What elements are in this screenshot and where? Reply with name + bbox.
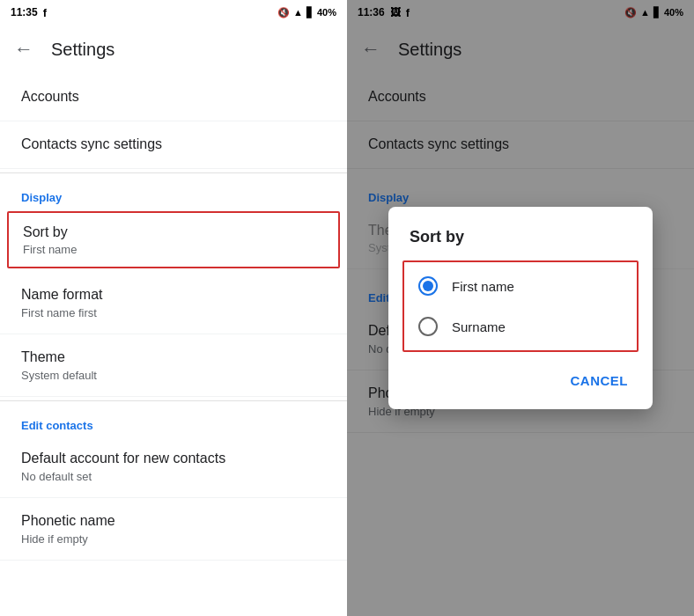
left-status-right: 🔇 ▲ ▋ 40% (277, 7, 336, 18)
left-back-button[interactable]: ← (14, 38, 33, 61)
left-default-account-subtitle: No default set (21, 470, 326, 483)
left-top-bar: ← Settings (0, 25, 347, 74)
left-accounts-title: Accounts (21, 88, 326, 106)
dialog-title: Sort by (388, 228, 653, 260)
dialog-firstname-label: First name (452, 279, 514, 294)
left-default-account-title: Default account for new contacts (21, 450, 326, 468)
left-battery: 40% (317, 7, 336, 18)
left-phonetic-name-title: Phonetic name (21, 512, 326, 531)
left-wifi-icon: ▲ (293, 7, 303, 18)
left-status-bar: 11:35 f 🔇 ▲ ▋ 40% (0, 0, 347, 25)
left-accounts-item[interactable]: Accounts (0, 74, 347, 121)
left-theme-subtitle: System default (21, 369, 326, 382)
left-name-format-subtitle: First name first (21, 306, 326, 319)
dialog-actions: Cancel (388, 366, 653, 402)
left-settings-content: Accounts Contacts sync settings Display … (0, 74, 347, 616)
left-divider-1 (0, 172, 347, 173)
dialog-option-firstname[interactable]: First name (404, 266, 637, 306)
dialog-overlay: Sort by First name Surname Cancel (347, 0, 694, 616)
dialog-options: First name Surname (402, 260, 639, 352)
left-page-title: Settings (51, 40, 114, 60)
dialog-cancel-button[interactable]: Cancel (560, 366, 639, 395)
left-default-account-item[interactable]: Default account for new contacts No defa… (0, 436, 347, 498)
radio-firstname-fill (423, 281, 433, 291)
left-fb-icon: f (43, 6, 47, 19)
left-sort-by-item[interactable]: Sort by First name (7, 211, 340, 269)
radio-firstname[interactable] (418, 276, 438, 296)
left-sort-by-subtitle: First name (23, 243, 324, 256)
left-contacts-sync-title: Contacts sync settings (21, 136, 326, 154)
left-name-format-item[interactable]: Name format First name first (0, 272, 347, 334)
left-contacts-sync-item[interactable]: Contacts sync settings (0, 121, 347, 169)
left-display-header: Display (0, 177, 347, 208)
left-sort-by-title: Sort by (23, 224, 324, 242)
left-phone-panel: 11:35 f 🔇 ▲ ▋ 40% ← Settings Accounts Co… (0, 0, 347, 616)
sort-by-dialog: Sort by First name Surname Cancel (388, 207, 653, 409)
right-phone-panel: 11:36 🖼 f 🔇 ▲ ▋ 40% ← Settings Accounts … (347, 0, 694, 616)
dialog-surname-label: Surname (452, 319, 506, 334)
left-signal-icon: ▋ (306, 7, 314, 18)
left-edit-contacts-header: Edit contacts (0, 405, 347, 436)
left-mute-icon: 🔇 (277, 7, 290, 18)
left-phonetic-name-subtitle: Hide if empty (21, 532, 326, 546)
left-theme-item[interactable]: Theme System default (0, 334, 347, 397)
left-time: 11:35 (11, 6, 38, 18)
dialog-option-surname[interactable]: Surname (404, 306, 637, 347)
radio-surname[interactable] (418, 317, 438, 336)
left-phonetic-name-item[interactable]: Phonetic name Hide if empty (0, 498, 347, 561)
left-status-left: 11:35 f (11, 6, 47, 19)
left-divider-2 (0, 400, 347, 401)
left-name-format-title: Name format (21, 286, 326, 304)
left-theme-title: Theme (21, 348, 326, 367)
